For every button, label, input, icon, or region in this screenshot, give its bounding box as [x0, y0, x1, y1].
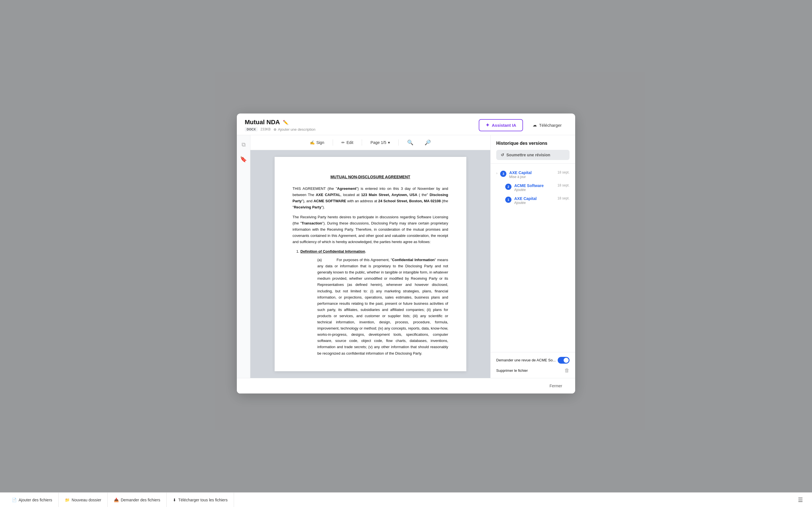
- zoom-out-icon: 🔍: [407, 139, 413, 146]
- version-date-2: 18 sept.: [557, 183, 569, 187]
- add-files-icon: 📄: [12, 498, 17, 502]
- request-files-icon: 📥: [114, 498, 119, 502]
- new-folder-button[interactable]: 📁 Nouveau dossier: [59, 493, 108, 507]
- version-name-1: AXE Capital: [514, 196, 555, 201]
- doc-viewer: ✍ Sign ✏ Edit Page 1/5 ▾ 🔍: [250, 135, 491, 378]
- pencil-icon: ✏: [342, 140, 345, 145]
- download-cloud-icon: ☁: [532, 122, 537, 128]
- section1-title: Definition of Confidential Information: [301, 249, 365, 253]
- right-panel: Historique des versions ↺ Soumettre une …: [491, 135, 575, 378]
- add-description-label: Ajouter une description: [278, 127, 315, 131]
- new-folder-icon: 📁: [65, 498, 70, 502]
- edit-title-icon[interactable]: ✏️: [283, 120, 289, 125]
- version-info-3: AXE Capital Mise à jour: [509, 170, 555, 179]
- document-title: Mutual NDA: [245, 119, 280, 126]
- submit-revision-label: Soumettre une révision: [506, 153, 550, 157]
- doc-toolbar: ✍ Sign ✏ Edit Page 1/5 ▾ 🔍: [250, 135, 490, 150]
- download-all-label: Télécharger tous les fichiers: [178, 498, 227, 502]
- zoom-in-button[interactable]: 🔎: [422, 138, 434, 147]
- delete-icon[interactable]: 🗑: [564, 368, 569, 374]
- header-actions: ✦ Assistant IA ☁ Télécharger: [479, 119, 567, 131]
- modal-overlay: Mutual NDA ✏️ DOCX 233KB ⊕ Ajouter une d…: [0, 0, 812, 507]
- request-files-label: Demander des fichiers: [121, 498, 160, 502]
- version-badge-1: 1: [505, 196, 511, 203]
- add-description-btn[interactable]: ⊕ Ajouter une description: [273, 127, 315, 131]
- download-all-icon: ⬇: [173, 498, 176, 502]
- download-all-button[interactable]: ⬇ Télécharger tous les fichiers: [167, 493, 234, 507]
- file-type-badge: DOCX: [245, 127, 258, 131]
- zoom-out-button[interactable]: 🔍: [404, 138, 416, 147]
- version-item-3[interactable]: › 3 AXE Capital Mise à jour 18 sept.: [496, 168, 569, 181]
- modal-header: Mutual NDA ✏️ DOCX 233KB ⊕ Ajouter une d…: [237, 114, 575, 135]
- list-view-icon: ☰: [798, 497, 803, 503]
- new-folder-label: Nouveau dossier: [71, 498, 101, 502]
- right-panel-bottom: Demander une revue de ACME So... Supprim…: [491, 352, 575, 378]
- ai-assistant-button[interactable]: ✦ Assistant IA: [479, 119, 523, 131]
- version-info-1: AXE Capital Ajoutée: [514, 196, 555, 205]
- modal-meta: DOCX 233KB ⊕ Ajouter une description: [245, 127, 474, 131]
- bookmark-icon[interactable]: 🔖: [238, 154, 249, 164]
- version-name-2: ACME Software: [514, 183, 555, 188]
- modal-footer: Fermer: [237, 378, 575, 393]
- copy-icon[interactable]: ⧉: [240, 140, 247, 150]
- version-name-3: AXE Capital: [509, 170, 555, 175]
- download-label: Télécharger: [539, 123, 562, 128]
- version-badge-2: 2: [505, 184, 511, 190]
- version-sub-group: 2 ACME Software Ajoutée 18 sept. 1 AXE: [505, 181, 569, 207]
- page-selector[interactable]: Page 1/5 ▾: [368, 139, 393, 146]
- doc-title-text: MUTUAL NON-DISCLOSURE AGREEMENT: [293, 174, 448, 180]
- list-view-button[interactable]: ☰: [795, 495, 806, 505]
- submit-revision-icon: ↺: [501, 153, 504, 157]
- delete-row: Supprimer le fichier 🗑: [496, 368, 569, 374]
- version-item-2[interactable]: 2 ACME Software Ajoutée 18 sept.: [505, 181, 569, 194]
- version-date-3: 18 sept.: [557, 170, 569, 174]
- page-label: Page 1/5: [370, 140, 386, 145]
- edit-label: Edit: [347, 140, 353, 145]
- subsection-a: (a) For purposes of this Agreement, "Con…: [317, 257, 448, 356]
- bottom-bar-right: ☰: [795, 495, 806, 505]
- sign-label: Sign: [316, 140, 324, 145]
- toggle-label: Demander une revue de ACME So...: [496, 358, 556, 362]
- ai-assistant-label: Assistant IA: [492, 123, 516, 128]
- toolbar-separator-2: [362, 139, 362, 146]
- right-panel-header: Historique des versions ↺ Soumettre une …: [491, 135, 575, 164]
- close-button[interactable]: Fermer: [545, 382, 567, 390]
- doc-paragraph-2: The Receiving Party hereto desires to pa…: [293, 214, 448, 245]
- modal-body: ⧉ 🔖 ✍ Sign ✏ Edit: [237, 135, 575, 378]
- document-modal: Mutual NDA ✏️ DOCX 233KB ⊕ Ajouter une d…: [237, 114, 575, 393]
- version-item-1[interactable]: 1 AXE Capital Ajoutée 18 sept.: [505, 194, 569, 207]
- edit-button[interactable]: ✏ Edit: [339, 139, 356, 146]
- zoom-in-icon: 🔎: [424, 139, 431, 146]
- ai-star-icon: ✦: [486, 122, 490, 128]
- version-expand-icon: ›: [496, 171, 497, 175]
- toolbar-separator-3: [398, 139, 399, 146]
- doc-section-list: Definition of Confidential Information. …: [301, 248, 448, 356]
- version-date-1: 18 sept.: [557, 196, 569, 200]
- doc-content-area: MUTUAL NON-DISCLOSURE AGREEMENT THIS AGR…: [250, 150, 490, 378]
- version-list: › 3 AXE Capital Mise à jour 18 sept. 2: [491, 164, 575, 352]
- version-action-1: Ajoutée: [514, 201, 555, 205]
- add-files-button[interactable]: 📄 Ajouter des fichiers: [6, 493, 59, 507]
- doc-page: MUTUAL NON-DISCLOSURE AGREEMENT THIS AGR…: [274, 157, 466, 371]
- modal-title-group: Mutual NDA ✏️ DOCX 233KB ⊕ Ajouter une d…: [245, 119, 474, 131]
- delete-label: Supprimer le fichier: [496, 369, 528, 373]
- add-files-label: Ajouter des fichiers: [18, 498, 52, 502]
- toggle-row: Demander une revue de ACME So...: [496, 357, 569, 363]
- bottom-bar: 📄 Ajouter des fichiers 📁 Nouveau dossier…: [0, 492, 812, 507]
- doc-paragraph-1: THIS AGREEMENT (the "Agreement") is ente…: [293, 186, 448, 210]
- version-history-title: Historique des versions: [496, 141, 569, 146]
- chevron-down-icon: ▾: [388, 140, 390, 145]
- version-badge-3: 3: [500, 171, 506, 177]
- submit-revision-button[interactable]: ↺ Soumettre une révision: [496, 150, 569, 160]
- download-button[interactable]: ☁ Télécharger: [527, 120, 567, 130]
- plus-icon: ⊕: [273, 127, 276, 131]
- file-size: 233KB: [260, 127, 271, 131]
- doc-sidebar: ⧉ 🔖: [237, 135, 250, 378]
- sign-icon: ✍: [310, 140, 315, 145]
- review-toggle[interactable]: [558, 357, 569, 363]
- sign-button[interactable]: ✍ Sign: [307, 139, 327, 146]
- version-info-2: ACME Software Ajoutée: [514, 183, 555, 192]
- request-files-button[interactable]: 📥 Demander des fichiers: [108, 493, 167, 507]
- version-action-2: Ajoutée: [514, 188, 555, 192]
- modal-title: Mutual NDA ✏️: [245, 119, 474, 126]
